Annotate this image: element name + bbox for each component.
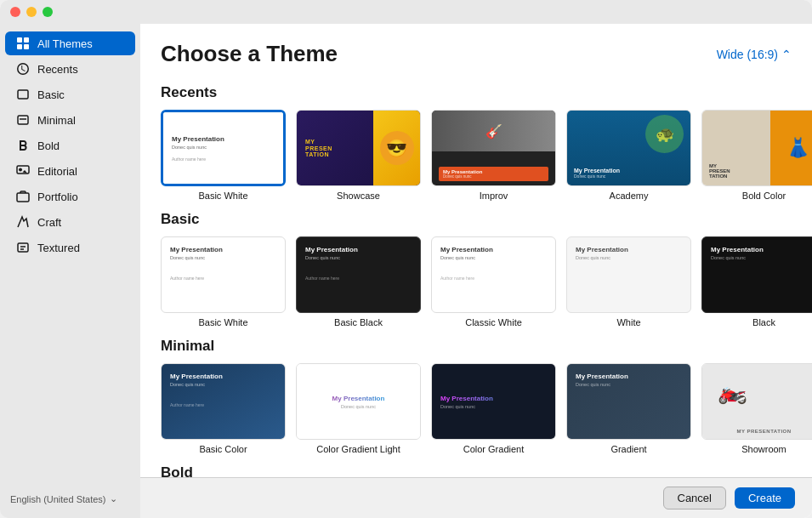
- close-button[interactable]: [10, 7, 20, 17]
- svg-rect-1: [24, 37, 29, 43]
- basic-grid: My Presentation Donec quis nunc Author n…: [161, 236, 792, 327]
- theme-color-gradient[interactable]: My Presentation Donec quis nunc Color Gr…: [431, 363, 556, 454]
- sidebar-item-textured-label: Textured: [37, 242, 80, 254]
- section-minimal-title: Minimal: [161, 338, 792, 355]
- sidebar-item-minimal[interactable]: Minimal: [5, 108, 135, 132]
- sidebar-item-recents[interactable]: Recents: [5, 57, 135, 81]
- theme-improv[interactable]: 🎸 My Presentation Donec quis nunc Improv: [431, 110, 556, 201]
- theme-label-basic-color: Basic Color: [199, 444, 247, 454]
- theme-label-white: White: [616, 317, 640, 327]
- chevron-icon: ⌃: [781, 48, 792, 61]
- theme-thumb-basic-white[interactable]: My Presentation Donec quis nunc Author n…: [161, 236, 286, 313]
- sidebar-item-recents-label: Recents: [37, 63, 78, 76]
- sidebar-item-minimal-label: Minimal: [37, 114, 76, 127]
- editorial-icon: [15, 163, 31, 179]
- theme-label-basic-black: Basic Black: [334, 317, 383, 327]
- aspect-ratio-selector[interactable]: Wide (16:9) ⌃: [717, 48, 792, 61]
- cancel-button[interactable]: Cancel: [663, 487, 726, 509]
- theme-thumb-color-gradient[interactable]: My Presentation Donec quis nunc: [431, 363, 556, 440]
- svg-rect-9: [17, 193, 29, 202]
- theme-thumb-white[interactable]: My Presentation Donec quis nunc: [566, 236, 691, 313]
- theme-label-improv: Improv: [480, 191, 508, 201]
- sidebar-item-craft[interactable]: Craft: [5, 210, 135, 234]
- bold-icon: [15, 138, 31, 153]
- sidebar-item-editorial-label: Editorial: [37, 165, 77, 178]
- section-recents-title: Recents: [161, 84, 792, 101]
- theme-bold-color[interactable]: MY PRESEN TATION 👗 Bold Color: [701, 110, 812, 201]
- main-layout: All Themes Recents Basic: [0, 24, 812, 518]
- theme-basic-color[interactable]: My Presentation Donec quis nunc Author n…: [161, 363, 286, 454]
- create-button[interactable]: Create: [735, 487, 795, 509]
- page-title: Choose a Theme: [161, 41, 338, 67]
- minimal-icon: [15, 112, 31, 128]
- theme-thumb-academy[interactable]: 🐢 My Presentation Donec quis nunc: [566, 110, 691, 186]
- theme-color-gradient-light[interactable]: My Presentation Donec quis nunc Color Gr…: [296, 363, 421, 454]
- maximize-button[interactable]: [43, 7, 53, 17]
- theme-thumb-showroom[interactable]: 🏍️ MY PRESENTATION: [701, 363, 812, 440]
- theme-classic-white[interactable]: My Presentation Donec quis nunc Author n…: [431, 236, 556, 327]
- sidebar-item-textured[interactable]: Textured: [5, 236, 135, 259]
- minimal-grid: My Presentation Donec quis nunc Author n…: [161, 363, 792, 454]
- clock-icon: [15, 61, 31, 77]
- content-area: Choose a Theme Wide (16:9) ⌃ Recents My …: [140, 24, 812, 518]
- sidebar-item-bold-label: Bold: [37, 139, 60, 152]
- content-scroll[interactable]: Recents My Presentation Donec quis nunc …: [140, 74, 812, 477]
- sidebar-item-portfolio[interactable]: Portfolio: [5, 185, 135, 208]
- theme-thumb-classic-white[interactable]: My Presentation Donec quis nunc Author n…: [431, 236, 556, 313]
- content-header: Choose a Theme Wide (16:9) ⌃: [140, 24, 812, 74]
- theme-black[interactable]: My Presentation Donec quis nunc Black: [701, 236, 812, 327]
- theme-thumb-black[interactable]: My Presentation Donec quis nunc: [701, 236, 812, 313]
- minimize-button[interactable]: [26, 7, 37, 17]
- chevron-down-icon: ⌄: [110, 493, 117, 504]
- theme-thumb-basic-color[interactable]: My Presentation Donec quis nunc Author n…: [161, 363, 286, 440]
- recents-grid: My Presentation Donec quis nunc Author n…: [161, 110, 792, 201]
- theme-thumb-basic-black[interactable]: My Presentation Donec quis nunc Author n…: [296, 236, 421, 313]
- grid-icon: [15, 36, 31, 51]
- aspect-ratio-label: Wide (16:9): [717, 48, 778, 61]
- sidebar-footer[interactable]: English (United States) ⌄: [0, 487, 140, 511]
- theme-thumb-basic-white-recent[interactable]: My Presentation Donec quis nunc Author n…: [161, 110, 286, 186]
- theme-basic-white[interactable]: My Presentation Donec quis nunc Author n…: [161, 236, 286, 327]
- theme-showcase[interactable]: 😎 MY PRESEN TATION Showcase: [296, 110, 421, 201]
- theme-label-bold-color: Bold Color: [742, 191, 786, 201]
- sidebar-item-editorial[interactable]: Editorial: [5, 159, 135, 183]
- sidebar: All Themes Recents Basic: [0, 24, 140, 518]
- sidebar-item-craft-label: Craft: [37, 216, 61, 229]
- sidebar-item-all-themes[interactable]: All Themes: [5, 31, 135, 55]
- textured-icon: [15, 240, 31, 255]
- theme-label-showroom: Showroom: [741, 444, 786, 454]
- theme-thumb-color-gradient-light[interactable]: My Presentation Donec quis nunc: [296, 363, 421, 440]
- svg-rect-4: [18, 90, 28, 99]
- svg-rect-5: [18, 116, 28, 124]
- theme-showroom[interactable]: 🏍️ MY PRESENTATION Showroom: [701, 363, 812, 454]
- craft-icon: [15, 214, 31, 230]
- sidebar-item-bold[interactable]: Bold: [5, 134, 135, 157]
- section-bold-title: Bold: [161, 464, 792, 477]
- theme-label-classic-white: Classic White: [465, 317, 522, 327]
- theme-basic-white-recent[interactable]: My Presentation Donec quis nunc Author n…: [161, 110, 286, 201]
- portfolio-icon: [15, 189, 31, 204]
- theme-label-color-gradient: Color Gradient: [463, 444, 525, 454]
- theme-thumb-gradient[interactable]: My Presentation Donec quis nunc: [566, 363, 691, 440]
- sidebar-item-portfolio-label: Portfolio: [37, 191, 78, 203]
- theme-thumb-improv[interactable]: 🎸 My Presentation Donec quis nunc: [431, 110, 556, 186]
- theme-white[interactable]: My Presentation Donec quis nunc White: [566, 236, 691, 327]
- section-basic-title: Basic: [161, 211, 792, 228]
- bottom-bar: Cancel Create: [140, 477, 812, 518]
- theme-label-gradient: Gradient: [610, 444, 646, 454]
- svg-rect-2: [17, 44, 22, 49]
- theme-thumb-showcase[interactable]: 😎 MY PRESEN TATION: [296, 110, 421, 186]
- theme-academy[interactable]: 🐢 My Presentation Donec quis nunc Academ…: [566, 110, 691, 201]
- theme-label-showcase: Showcase: [337, 191, 380, 201]
- square-icon: [15, 87, 31, 102]
- titlebar: [0, 0, 812, 24]
- svg-point-8: [19, 168, 22, 172]
- sidebar-item-basic-label: Basic: [37, 88, 65, 101]
- sidebar-item-basic[interactable]: Basic: [5, 83, 135, 106]
- svg-rect-10: [18, 243, 28, 252]
- theme-gradient[interactable]: My Presentation Donec quis nunc Gradient: [566, 363, 691, 454]
- theme-basic-black[interactable]: My Presentation Donec quis nunc Author n…: [296, 236, 421, 327]
- theme-label-black: Black: [752, 317, 775, 327]
- theme-label-academy: Academy: [610, 191, 649, 201]
- theme-thumb-bold-color[interactable]: MY PRESEN TATION 👗: [701, 110, 812, 186]
